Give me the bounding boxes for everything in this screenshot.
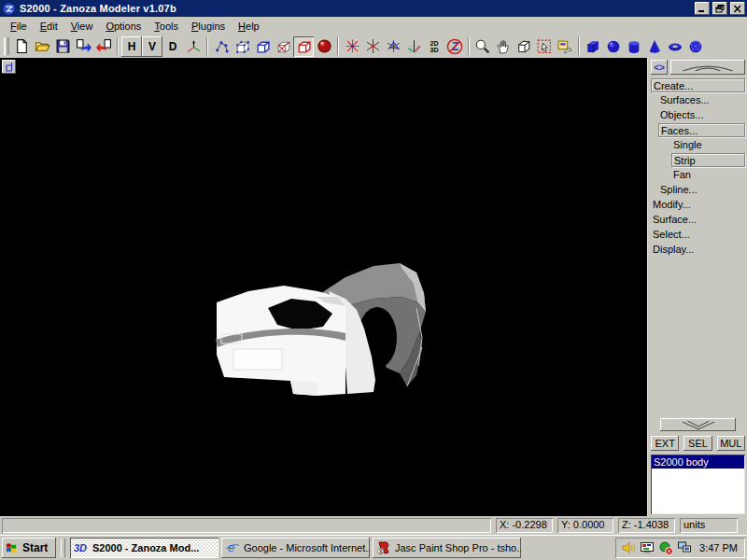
axis-grid-button[interactable] (403, 36, 424, 57)
cube-vertices-button[interactable] (232, 36, 252, 57)
tool-surface[interactable]: Surface... (651, 213, 745, 227)
new-file-icon (14, 38, 30, 54)
new-file-button[interactable] (11, 36, 32, 57)
zoom-icon (474, 38, 491, 55)
axes-button[interactable] (183, 36, 204, 57)
antivirus-icon[interactable] (658, 540, 673, 555)
zoom-button[interactable] (472, 36, 493, 57)
minimize-button[interactable] (695, 2, 710, 15)
task-zmodeler[interactable]: 3D S2000 - Zanoza Mod... (70, 538, 218, 558)
app-icon (2, 2, 17, 16)
menu-tools[interactable]: Tools (148, 18, 185, 35)
box-primitive-button[interactable] (583, 36, 603, 57)
toolbar-grip[interactable] (4, 37, 9, 55)
torus-primitive-icon (667, 38, 684, 55)
task-internet-explorer[interactable]: e Google - Microsoft Internet... (221, 538, 370, 558)
network-icon[interactable] (677, 540, 692, 555)
tool-fan[interactable]: Fan (671, 168, 745, 182)
sphere-primitive-button[interactable] (603, 36, 624, 57)
vertex-move-button[interactable] (342, 36, 362, 57)
open-file-button[interactable] (32, 36, 52, 57)
d-toggle-button[interactable]: D (162, 36, 183, 57)
ext-button[interactable]: EXT (651, 436, 679, 451)
sel-button[interactable]: SEL (684, 436, 712, 451)
create-polyline-icon (214, 38, 230, 54)
menu-options[interactable]: Options (99, 18, 148, 35)
toolbar-separator (117, 37, 119, 55)
menu-plugins[interactable]: Plugins (185, 18, 232, 35)
minimize-icon (698, 5, 707, 13)
cube-edges-button[interactable] (252, 36, 273, 57)
object-list-item[interactable]: S2000 body (652, 455, 744, 469)
tool-surfaces[interactable]: Surfaces... (658, 93, 745, 107)
cone-primitive-button[interactable] (644, 36, 665, 57)
main-area: <> Create... Surfaces... Objects... Face… (0, 58, 747, 516)
tool-single[interactable]: Single (671, 138, 745, 152)
save-icon (55, 38, 71, 54)
tool-display[interactable]: Display... (651, 243, 745, 257)
taskbar-grip[interactable] (61, 539, 65, 557)
vertex-loop-icon (386, 38, 402, 54)
objects-list[interactable]: S2000 body (651, 455, 745, 514)
pan-button[interactable] (493, 36, 514, 57)
panel-scroll-down-button[interactable] (660, 418, 736, 431)
menu-view[interactable]: View (64, 18, 100, 35)
vertex-star-button[interactable] (362, 36, 383, 57)
tool-spline[interactable]: Spline... (658, 183, 745, 197)
restore-button[interactable] (712, 2, 727, 15)
panel-expand-button[interactable]: <> (651, 60, 668, 75)
view-cube-button[interactable] (514, 36, 534, 57)
select-region-button[interactable] (534, 36, 555, 57)
create-polyline-button[interactable] (211, 36, 232, 57)
cube-faces-button[interactable] (273, 36, 293, 57)
task-paint-shop-pro[interactable]: 8 Jasc Paint Shop Pro - tsho... (373, 538, 521, 558)
z-lock-button[interactable]: Z (444, 36, 465, 57)
export-button[interactable] (93, 36, 114, 57)
2d-3d-toggle-button[interactable]: 2D3D (424, 36, 444, 57)
task-label: S2000 - Zanoza Mod... (92, 542, 199, 553)
panel-scroll-up-button[interactable] (670, 60, 745, 75)
vertex-loop-button[interactable] (383, 36, 403, 57)
tool-select[interactable]: Select... (651, 228, 745, 242)
tool-faces[interactable]: Faces... (658, 123, 745, 137)
viewport-mode-button[interactable] (2, 60, 16, 74)
menu-help[interactable]: Help (232, 18, 266, 35)
cone-primitive-icon (646, 38, 663, 55)
material-sphere-button[interactable] (314, 36, 334, 57)
object-paint-icon (557, 38, 573, 55)
status-x: X: -0.2298 (496, 518, 553, 533)
tool-modify[interactable]: Modify... (651, 198, 745, 212)
z-lock-icon: Z (446, 38, 463, 55)
tool-strip[interactable]: Strip (671, 153, 745, 167)
import-button[interactable] (73, 36, 93, 57)
tool-create[interactable]: Create... (651, 78, 745, 92)
pan-icon (495, 38, 512, 55)
taskbar-clock[interactable]: 3:47 PM (699, 542, 738, 553)
status-z: Z: -1.4038 (618, 518, 675, 533)
cylinder-primitive-icon (626, 38, 642, 55)
save-button[interactable] (52, 36, 73, 57)
status-units: units (680, 518, 738, 533)
menu-edit[interactable]: Edit (34, 18, 64, 35)
v-toggle-button[interactable]: V (142, 36, 162, 57)
3d-viewport[interactable] (0, 58, 647, 516)
object-paint-button[interactable] (555, 36, 575, 57)
mul-button[interactable]: MUL (717, 436, 745, 451)
display-settings-icon[interactable] (640, 540, 655, 555)
tool-objects[interactable]: Objects... (658, 108, 745, 122)
start-button[interactable]: Start (2, 538, 56, 558)
toolbar-separator (468, 37, 470, 55)
vertex-move-icon (345, 38, 360, 54)
export-icon (96, 38, 112, 54)
psp-task-icon: 8 (376, 540, 391, 555)
geosphere-primitive-button[interactable] (685, 36, 706, 57)
cylinder-primitive-button[interactable] (624, 36, 644, 57)
volume-icon[interactable] (621, 540, 636, 555)
close-button[interactable] (730, 2, 745, 15)
torus-primitive-button[interactable] (665, 36, 685, 57)
cube-solid-icon (295, 38, 312, 55)
cube-solid-button[interactable] (293, 36, 314, 57)
menu-file[interactable]: File (4, 18, 34, 35)
panel-spacer (651, 258, 745, 418)
h-toggle-button[interactable]: H (121, 36, 142, 57)
